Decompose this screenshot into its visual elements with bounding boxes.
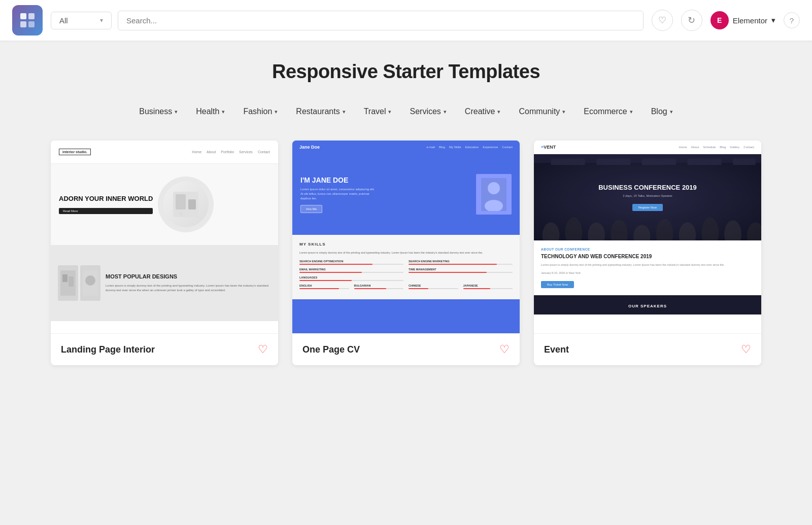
category-item-restaurants[interactable]: Restaurants ▾	[287, 103, 354, 120]
category-label: Services	[410, 107, 441, 116]
svg-rect-6	[188, 199, 196, 209]
svg-rect-3	[28, 21, 35, 27]
svg-rect-29	[642, 159, 676, 165]
category-label: Business	[139, 107, 172, 116]
category-item-business[interactable]: Business ▾	[130, 103, 187, 120]
svg-rect-9	[62, 274, 67, 282]
chevron-down-icon: ▾	[175, 109, 178, 115]
skill-row-3: Languages	[299, 276, 513, 281]
card2-headline: I'M JANE DOE	[300, 176, 377, 184]
elementor-button[interactable]: E Elementor ▾	[710, 11, 775, 29]
favorite-button-cv[interactable]: ♡	[499, 343, 510, 356]
card1-hero: ADORN YOUR INNER WORLD Read More	[51, 164, 278, 245]
card3-logo: =VENT	[541, 145, 556, 150]
svg-rect-31	[733, 159, 756, 165]
card1-lower-section: MOST POPULAR DESIGNS Lorem ipsum is simp…	[51, 245, 278, 321]
favorite-button-event[interactable]: ♡	[741, 343, 751, 356]
category-label: Travel	[364, 107, 386, 116]
card2-skills-desc: Lorem ipsum is simply dummy text of the …	[299, 251, 513, 255]
card3-hero-sub: 2 days, 15 Talks, Motivation Speaker	[598, 194, 697, 197]
card1-lower-text: MOST POPULAR DESIGNS Lorem ipsum is simp…	[106, 273, 271, 292]
card1-read-more-btn[interactable]: Read More	[59, 208, 153, 214]
card3-hero: BUSINESS CONFERENCE 2019 2 days, 15 Talk…	[534, 154, 761, 240]
elementor-chevron-icon: ▾	[771, 16, 775, 25]
card2-nav: e-mail Blog My Skills Education Experien…	[427, 146, 513, 149]
svg-point-22	[679, 222, 696, 240]
favorites-button[interactable]: ♡	[652, 10, 673, 31]
category-label: Creative	[465, 107, 495, 116]
card2-hero-text: I'M JANE DOE Lorem ipsum dolor sit amet,…	[300, 176, 377, 213]
card3-headline: BUSINESS CONFERENCE 2019	[598, 184, 697, 192]
chevron-down-icon: ▾	[630, 109, 633, 115]
card2-hire-btn[interactable]: Hire Me	[300, 205, 322, 213]
template-footer-cv: One Page CV ♡	[292, 333, 520, 365]
card1-section-text: Lorem ipsum is simply dummy text of the …	[106, 284, 271, 293]
card1-headline: ADORN YOUR INNER WORLD	[59, 195, 153, 203]
skill-row-2: Email Marketing Time Management	[299, 268, 513, 273]
app-logo	[12, 5, 43, 36]
search-input[interactable]	[118, 11, 644, 30]
category-nav: Business ▾ Health ▾ Fashion ▾ Restaurant…	[12, 103, 800, 120]
card3-event-text: BUSINESS CONFERENCE 2019 2 days, 15 Talk…	[588, 173, 707, 222]
template-footer-interior: Landing Page Interior ♡	[51, 333, 278, 365]
category-item-blog[interactable]: Blog ▾	[642, 103, 682, 120]
skill-item-sem: Search Engine Marketing	[409, 260, 513, 265]
filter-label: All	[59, 16, 68, 25]
chevron-down-icon: ▾	[275, 109, 278, 115]
category-item-community[interactable]: Community ▾	[510, 103, 574, 120]
card3-about-label: About Our Conference	[541, 248, 754, 251]
templates-grid: interior studio. Home About Portfolio Se…	[51, 141, 761, 365]
filter-dropdown[interactable]: All ▾	[51, 12, 112, 29]
template-name-interior: Landing Page Interior	[61, 344, 155, 355]
template-preview-interior: interior studio. Home About Portfolio Se…	[51, 141, 278, 333]
svg-rect-28	[596, 159, 630, 165]
skill-item-time: Time Management	[409, 268, 513, 273]
skill-item-bulgarian: Bulgarian	[354, 284, 404, 289]
card1-img-1	[58, 265, 78, 301]
category-label: Blog	[651, 107, 667, 116]
help-button[interactable]: ?	[784, 12, 800, 28]
chevron-down-icon: ▾	[343, 109, 346, 115]
svg-rect-5	[176, 194, 186, 209]
chevron-down-icon: ▾	[222, 109, 225, 115]
chevron-down-icon: ▾	[562, 109, 565, 115]
card3-register-btn[interactable]: Register Now	[632, 204, 663, 211]
card1-logo: interior studio.	[59, 149, 91, 155]
category-label: Community	[519, 107, 560, 116]
card1-gallery	[58, 265, 100, 301]
main-content: Responsive Starter Templates Business ▾ …	[0, 41, 812, 386]
category-label: Fashion	[243, 107, 272, 116]
category-item-travel[interactable]: Travel ▾	[355, 103, 401, 120]
filter-chevron-icon: ▾	[100, 17, 103, 24]
card1-img-2	[80, 265, 100, 301]
svg-point-7	[179, 212, 183, 216]
skill-item-japanese: Japanese	[463, 284, 513, 289]
svg-point-19	[611, 220, 628, 240]
template-card-interior: interior studio. Home About Portfolio Se…	[51, 141, 278, 365]
category-item-services[interactable]: Services ▾	[400, 103, 455, 120]
favorite-button-interior[interactable]: ♡	[258, 343, 268, 356]
category-label: Restaurants	[296, 107, 340, 116]
card2-skills-title: MY SKILLS	[299, 242, 513, 247]
refresh-button[interactable]: ↻	[681, 10, 702, 31]
card2-hero-desc: Lorem ipsum dolor sit amet, consectetur …	[300, 187, 377, 201]
svg-point-12	[85, 275, 95, 286]
svg-rect-27	[551, 159, 585, 165]
category-item-fashion[interactable]: Fashion ▾	[234, 103, 287, 120]
svg-rect-2	[20, 21, 26, 27]
category-item-ecommerce[interactable]: Ecommerce ▾	[574, 103, 641, 120]
skill-item-lang: Languages	[299, 276, 403, 281]
elementor-label: Elementor	[733, 16, 767, 25]
template-preview-cv: Jane Doe e-mail Blog My Skills Education…	[292, 141, 520, 333]
skill-row-1: Search Engine Optimization Search Engine…	[299, 260, 513, 265]
card1-nav: Home About Portfolio Services Contact	[192, 150, 270, 154]
category-item-creative[interactable]: Creative ▾	[456, 103, 510, 120]
card3-nav: Home About Schedule Blog Gallery Contact	[679, 146, 754, 149]
app-header: All ▾ ♡ ↻ E Elementor ▾ ?	[0, 0, 812, 41]
card1-section-title: MOST POPULAR DESIGNS	[106, 273, 271, 280]
card3-about-section: About Our Conference TECHNOLOGY AND WEB …	[534, 240, 761, 295]
card3-ticket-btn[interactable]: Buy Ticket Now	[541, 281, 574, 288]
category-item-health[interactable]: Health ▾	[187, 103, 234, 120]
template-name-cv: One Page CV	[302, 344, 360, 355]
card1-hero-image	[158, 177, 214, 232]
